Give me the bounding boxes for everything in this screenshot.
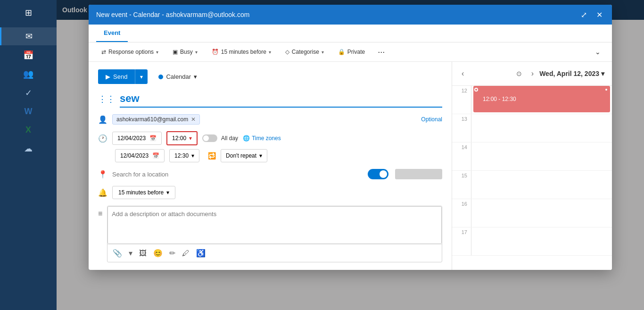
excel-icon: X <box>25 125 31 135</box>
response-options-button[interactable]: ⇄ Response options ▾ <box>96 46 164 58</box>
attendee-tag: ashokvarma610@gmail.com ✕ <box>112 114 200 125</box>
expand-window-button[interactable]: ⤢ <box>579 8 589 21</box>
datetime-section: 🕐 12/04/2023 📅 12:00 ▾ All <box>98 131 442 162</box>
categorise-button[interactable]: ◇ Categorise ▾ <box>280 46 329 58</box>
current-date-label[interactable]: Wed, April 12, 2023 ▾ <box>539 70 604 77</box>
calendar-color-dot <box>158 75 163 79</box>
event-title-icon: ⋮⋮ <box>98 94 115 104</box>
attach-chevron[interactable]: ▾ <box>127 247 134 259</box>
categorise-chevron: ▾ <box>322 50 324 55</box>
sidebar-item-word[interactable]: W <box>0 103 57 120</box>
end-date-input[interactable]: 12/04/2023 📅 <box>115 149 165 162</box>
optional-link[interactable]: Optional <box>421 116 442 123</box>
image-button[interactable]: 🖼 <box>138 248 148 259</box>
apps-icon[interactable]: ⊞ <box>21 4 36 22</box>
pen-button[interactable]: 🖊 <box>181 248 191 259</box>
all-day-switch[interactable] <box>202 134 217 142</box>
modal-body: ▶ Send ▾ Calendar ▾ <box>89 62 612 270</box>
event-start-dot <box>474 88 478 92</box>
end-calendar-picker-icon: 📅 <box>152 152 159 159</box>
event-title-input[interactable] <box>120 91 442 108</box>
repeat-section: 🔁 Don't repeat ▾ <box>208 149 267 162</box>
sidebar-item-people[interactable]: 👥 <box>0 65 57 83</box>
event-block-1200[interactable]: 12:00 - 12:30 <box>473 86 610 112</box>
end-time-input[interactable]: 12:30 ▾ <box>169 149 199 162</box>
description-input[interactable] <box>107 206 442 244</box>
calendar-nav-center: ⊙ › Wed, April 12, 2023 ▾ <box>512 67 604 80</box>
start-datetime-row: 🕐 12/04/2023 📅 12:00 ▾ All <box>98 131 442 145</box>
send-btn-group: ▶ Send ▾ <box>98 69 148 84</box>
reminder-chevron: ▾ <box>166 189 169 196</box>
remove-attendee-button[interactable]: ✕ <box>191 116 196 123</box>
response-options-chevron: ▾ <box>156 50 158 55</box>
end-datetime-row: 12/04/2023 📅 12:30 ▾ 🔁 Don't repeat <box>98 149 442 162</box>
start-time-input[interactable]: 12:00 ▾ <box>166 131 198 145</box>
reminder-toolbar-button[interactable]: ⏰ 15 minutes before ▾ <box>206 46 276 58</box>
busy-icon: ▣ <box>173 49 178 55</box>
timezone-link[interactable]: 🌐 Time zones <box>243 135 281 142</box>
location-input[interactable] <box>112 171 363 178</box>
send-button[interactable]: ▶ Send <box>98 69 135 84</box>
reminder-chevron: ▾ <box>269 50 271 55</box>
word-icon: W <box>25 107 33 117</box>
modal-titlebar: New event - Calendar - ashokvarmam@outlo… <box>89 5 612 25</box>
start-date-input[interactable]: 12/04/2023 📅 <box>112 132 162 145</box>
lock-icon: 🔒 <box>338 49 345 55</box>
time-label-17: 17 <box>452 227 471 255</box>
modal-controls: ⤢ ✕ <box>579 8 604 21</box>
new-event-modal: New event - Calendar - ashokvarmam@outlo… <box>89 5 612 270</box>
mini-calendar-header: ‹ ⊙ › Wed, April 12, 2023 ▾ <box>452 62 612 86</box>
busy-button[interactable]: ▣ Busy ▾ <box>167 46 203 58</box>
close-modal-button[interactable]: ✕ <box>594 8 604 21</box>
clock-icon: 🕐 <box>98 134 107 143</box>
send-arrow-icon: ▾ <box>140 74 143 80</box>
response-options-icon: ⇄ <box>101 49 106 55</box>
calendar-icon: 📅 <box>23 50 33 60</box>
sidebar-item-tasks[interactable]: ✓ <box>0 84 57 102</box>
sidebar: ⊞ ✉ 📅 👥 ✓ W X ☁ <box>0 0 57 310</box>
more-options-button[interactable]: ··· <box>374 45 388 59</box>
modal-toolbar: ⇄ Response options ▾ ▣ Busy ▾ ⏰ 15 minut… <box>89 42 612 62</box>
modal-title: New event - Calendar - ashokvarmam@outlo… <box>96 11 249 18</box>
attendees-row: 👤 ashokvarma610@gmail.com ✕ Optional <box>98 114 442 125</box>
time-label-16: 16 <box>452 199 471 227</box>
toolbar-expand-button[interactable]: ⌄ <box>591 46 604 58</box>
accessibility-button[interactable]: ♿ <box>195 247 207 259</box>
sidebar-item-calendar[interactable]: 📅 <box>0 46 57 64</box>
time-slot-15: 15 <box>452 171 612 199</box>
date-chevron: ▾ <box>601 70 604 77</box>
calendar-side: ‹ ⊙ › Wed, April 12, 2023 ▾ <box>452 62 612 270</box>
private-button[interactable]: 🔒 Private <box>333 46 370 58</box>
reminder-button[interactable]: 15 minutes before ▾ <box>112 186 175 199</box>
repeat-button[interactable]: Don't repeat ▾ <box>221 149 267 162</box>
time-slot-17: 17 <box>452 227 612 256</box>
send-dropdown-button[interactable]: ▾ <box>135 69 148 84</box>
time-label-14: 14 <box>452 142 471 170</box>
location-row: 📍 <box>98 169 442 179</box>
reminder-row: 🔔 15 minutes before ▾ <box>98 186 442 199</box>
today-button[interactable]: ⊙ <box>512 68 526 79</box>
end-time-dropdown-icon: ▾ <box>191 152 194 159</box>
sidebar-nav: ✉ 📅 👥 ✓ W X ☁ <box>0 27 57 158</box>
calendar-selector[interactable]: Calendar ▾ <box>153 70 202 84</box>
event-title-row: ⋮⋮ <box>98 91 442 108</box>
description-toolbar: 📎 ▾ 🖼 😊 ✏ 🖊 ♿ <box>107 244 442 262</box>
sidebar-item-excel[interactable]: X <box>0 121 57 139</box>
location-toggle[interactable] <box>368 169 388 179</box>
attach-button[interactable]: 📎 <box>111 247 124 259</box>
prev-day-button[interactable]: ‹ <box>460 67 466 80</box>
sidebar-item-mail[interactable]: ✉ <box>0 27 57 45</box>
calendar-picker-icon: 📅 <box>149 135 157 142</box>
tab-event[interactable]: Event <box>96 25 128 42</box>
slot-area-15 <box>471 171 612 199</box>
sidebar-item-onedrive[interactable]: ☁ <box>0 140 57 158</box>
location-gray-bar <box>395 169 442 179</box>
location-icon: 📍 <box>98 170 107 179</box>
emoji-button[interactable]: 😊 <box>152 247 164 259</box>
time-label-12: 12 <box>452 86 471 114</box>
next-day-button[interactable]: › <box>529 67 536 80</box>
form-side: ▶ Send ▾ Calendar ▾ <box>89 62 452 270</box>
time-label-15: 15 <box>452 171 471 199</box>
attendees-icon: 👤 <box>98 115 107 124</box>
draw-button[interactable]: ✏ <box>168 247 177 259</box>
